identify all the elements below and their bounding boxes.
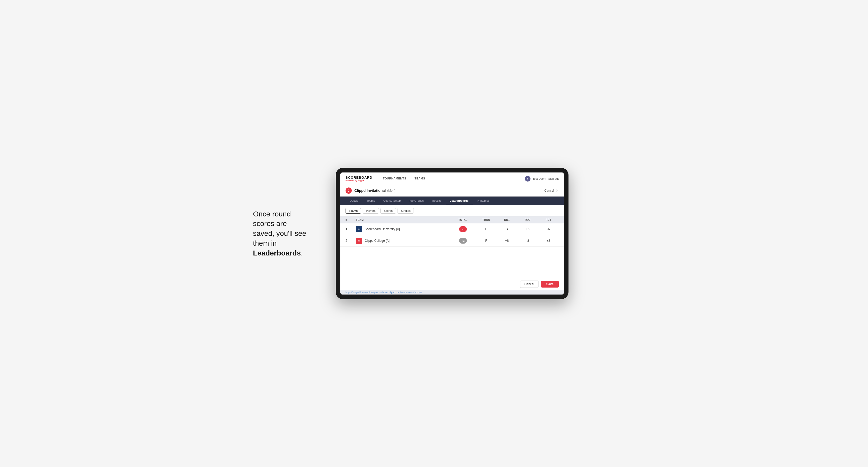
user-avatar: S xyxy=(525,176,530,182)
table-row[interactable]: 1 SU Scoreboard University [A] -5 F -4 +… xyxy=(340,223,564,235)
nav-teams[interactable]: TEAMS xyxy=(410,173,429,185)
tab-tee-groups[interactable]: Tee Groups xyxy=(405,196,428,205)
rd2-cell: -8 xyxy=(517,239,538,243)
nav-links: TOURNAMENTS TEAMS xyxy=(379,173,429,185)
score-badge: -5 xyxy=(459,226,467,232)
tab-teams[interactable]: Teams xyxy=(363,196,379,205)
filter-scores[interactable]: Scores xyxy=(380,208,396,214)
tab-results[interactable]: Results xyxy=(428,196,446,205)
footer-bar: Cancel Save xyxy=(340,278,564,290)
row-rank: 1 xyxy=(345,227,356,231)
col-rd1: RD1 xyxy=(497,218,517,221)
team-name: Scoreboard University [A] xyxy=(365,227,400,231)
thru-cell: F xyxy=(476,239,497,243)
tournament-title: Clippd Invitational xyxy=(354,188,385,193)
tablet-frame: SCOREBOARD Powered by clippd TOURNAMENTS… xyxy=(336,168,568,299)
rd3-cell: -6 xyxy=(538,227,559,231)
save-button[interactable]: Save xyxy=(541,281,559,287)
annotation-text: Once round scores are saved, you'll see … xyxy=(253,209,320,258)
team-logo: C xyxy=(356,238,362,244)
logo-title: SCOREBOARD xyxy=(345,176,372,180)
url-bar: https://stage-blue-coach.stagescoarboard… xyxy=(340,290,564,294)
team-cell: SU Scoreboard University [A] xyxy=(356,226,450,232)
tournament-subtitle: (Men) xyxy=(387,189,395,192)
rd1-cell: -4 xyxy=(497,227,517,231)
col-thru: THRU xyxy=(476,218,497,221)
content-area xyxy=(340,247,564,278)
rd3-cell: +3 xyxy=(538,239,559,243)
rd2-cell: +5 xyxy=(517,227,538,231)
row-rank: 2 xyxy=(345,239,356,243)
user-name: Test User | xyxy=(532,177,546,180)
top-nav: SCOREBOARD Powered by clippd TOURNAMENTS… xyxy=(340,173,564,185)
team-cell: C Clippd College [A] xyxy=(356,238,450,244)
col-team: TEAM xyxy=(356,218,450,221)
col-rank: # xyxy=(345,218,356,221)
score-badge: +3 xyxy=(459,238,467,244)
total-cell: -5 xyxy=(450,226,476,232)
tab-course-setup[interactable]: Course Setup xyxy=(379,196,405,205)
tab-details[interactable]: Details xyxy=(345,196,363,205)
tab-leaderboards[interactable]: Leaderboards xyxy=(446,196,473,205)
filter-teams[interactable]: Teams xyxy=(345,208,361,214)
filter-strokes[interactable]: Strokes xyxy=(398,208,414,214)
tournament-icon: C xyxy=(345,187,352,194)
tab-printables[interactable]: Printables xyxy=(473,196,494,205)
team-logo: SU xyxy=(356,226,362,232)
rd1-cell: +8 xyxy=(497,239,517,243)
tournament-cancel-button[interactable]: Cancel ✕ xyxy=(545,188,559,193)
logo-area: SCOREBOARD Powered by clippd xyxy=(345,176,372,182)
table-header: # TEAM TOTAL THRU RD1 RD2 RD3 xyxy=(340,216,564,223)
filter-players[interactable]: Players xyxy=(363,208,379,214)
thru-cell: F xyxy=(476,227,497,231)
tablet-screen: SCOREBOARD Powered by clippd TOURNAMENTS… xyxy=(340,173,564,294)
nav-tournaments[interactable]: TOURNAMENTS xyxy=(379,173,410,185)
total-cell: +3 xyxy=(450,238,476,244)
col-rd2: RD2 xyxy=(517,218,538,221)
col-rd3: RD3 xyxy=(538,218,559,221)
col-total: TOTAL xyxy=(450,218,476,221)
cancel-x-icon: ✕ xyxy=(556,188,559,193)
team-name: Clippd College [A] xyxy=(365,239,390,243)
cancel-button[interactable]: Cancel xyxy=(520,281,538,288)
table-row[interactable]: 2 C Clippd College [A] +3 F +8 -8 +3 xyxy=(340,235,564,247)
tournament-header: C Clippd Invitational (Men) Cancel ✕ xyxy=(340,185,564,196)
filter-row: Teams Players Scores Strokes xyxy=(340,205,564,216)
nav-right: S Test User | Sign out xyxy=(525,176,559,182)
logo-subtitle: Powered by clippd xyxy=(345,180,372,182)
tab-bar: Details Teams Course Setup Tee Groups Re… xyxy=(340,196,564,205)
sign-out-link[interactable]: Sign out xyxy=(548,177,559,180)
